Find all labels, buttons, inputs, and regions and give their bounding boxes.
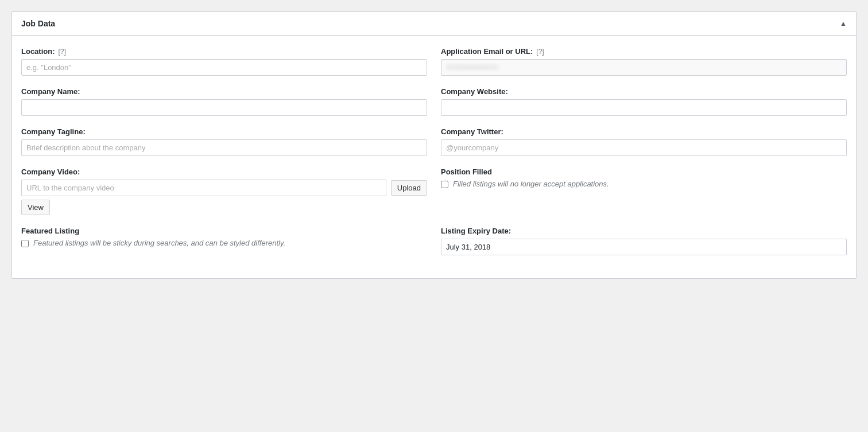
video-input-row: Upload	[21, 180, 427, 196]
featured-listing-checkbox[interactable]	[21, 240, 29, 247]
view-button[interactable]: View	[21, 200, 50, 215]
application-email-input[interactable]	[441, 59, 847, 76]
location-help[interactable]: [?]	[59, 48, 66, 56]
company-tagline-input[interactable]	[21, 139, 427, 156]
application-email-label: Application Email or URL: [?]	[441, 47, 847, 56]
location-label: Location: [?]	[21, 47, 427, 56]
company-video-label: Company Video:	[21, 168, 427, 176]
company-website-input[interactable]	[441, 99, 847, 116]
upload-button[interactable]: Upload	[391, 180, 427, 196]
company-twitter-input[interactable]	[441, 139, 847, 156]
application-email-group: Application Email or URL: [?]	[441, 47, 847, 76]
company-tagline-label: Company Tagline:	[21, 127, 427, 136]
position-filled-label: Position Filled	[441, 168, 847, 176]
location-group: Location: [?]	[21, 47, 427, 76]
position-filled-group: Position Filled Filled listings will no …	[441, 168, 847, 215]
form-grid: Location: [?] Application Email or URL: …	[21, 47, 847, 267]
panel-title: Job Data	[21, 19, 55, 28]
company-name-input[interactable]	[21, 99, 427, 116]
featured-listing-checkbox-row: Featured listings will be sticky during …	[21, 239, 427, 247]
company-video-input[interactable]	[21, 180, 386, 196]
listing-expiry-group: Listing Expiry Date:	[441, 227, 847, 255]
panel-body: Location: [?] Application Email or URL: …	[12, 36, 856, 278]
featured-listing-checkbox-label: Featured listings will be sticky during …	[33, 239, 285, 247]
company-tagline-group: Company Tagline:	[21, 127, 427, 156]
panel-toggle-icon[interactable]: ▲	[840, 20, 847, 28]
job-data-panel: Job Data ▲ Location: [?] Application Ema…	[11, 11, 857, 279]
company-website-label: Company Website:	[441, 87, 847, 96]
company-twitter-group: Company Twitter:	[441, 127, 847, 156]
position-filled-checkbox-label: Filled listings will no longer accept ap…	[453, 180, 609, 188]
company-name-label: Company Name:	[21, 87, 427, 96]
position-filled-checkbox[interactable]	[441, 181, 448, 188]
company-website-group: Company Website:	[441, 87, 847, 116]
application-email-help[interactable]: [?]	[536, 48, 544, 56]
company-twitter-label: Company Twitter:	[441, 127, 847, 136]
featured-listing-label: Featured Listing	[21, 227, 427, 235]
company-name-group: Company Name:	[21, 87, 427, 116]
location-input[interactable]	[21, 59, 427, 76]
featured-listing-group: Featured Listing Featured listings will …	[21, 227, 427, 255]
panel-header: Job Data ▲	[12, 12, 856, 36]
position-filled-checkbox-row: Filled listings will no longer accept ap…	[441, 180, 847, 188]
listing-expiry-label: Listing Expiry Date:	[441, 227, 847, 235]
listing-expiry-input[interactable]	[441, 239, 847, 255]
company-video-group: Company Video: Upload View	[21, 168, 427, 215]
